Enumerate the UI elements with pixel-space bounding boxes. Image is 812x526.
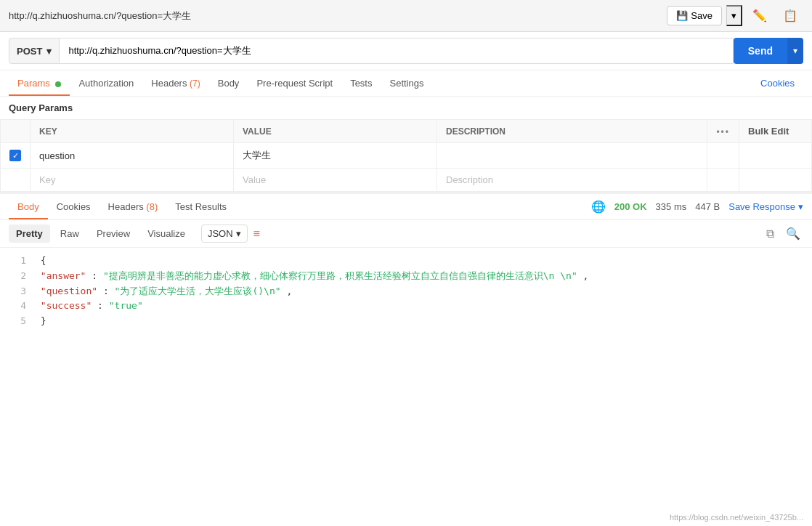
request-bar: POST ▾ Send ▾ [0, 32, 812, 70]
response-time: 335 ms [656, 201, 687, 212]
save-icon: 💾 [676, 10, 688, 21]
row-checkbox-cell[interactable]: ✓ [1, 143, 31, 169]
json-key-answer: "answer" [41, 270, 86, 281]
row-key-cell[interactable]: question [31, 143, 234, 169]
tab-body-label: Body [218, 78, 240, 89]
table-empty-row: Key Value Description [1, 169, 812, 192]
fmt-tab-raw[interactable]: Raw [53, 224, 86, 243]
row-bulk-cell [739, 143, 812, 169]
tab-headers-label: Headers [151, 78, 190, 89]
json-close-brace: } [41, 315, 46, 326]
value-col-header: VALUE [234, 120, 437, 143]
method-select[interactable]: POST ▾ [9, 38, 60, 64]
row-key-value: question [39, 150, 75, 161]
send-button[interactable]: Send [734, 38, 787, 64]
checkbox-col-header [1, 120, 31, 143]
key-col-header: KEY [31, 120, 234, 143]
json-value-question: "为了适应大学生活，大学生应该()\n" [115, 286, 281, 296]
save-button[interactable]: 💾 Save [667, 6, 722, 25]
save-response-button[interactable]: Save Response ▾ [728, 201, 803, 212]
tab-pre-request[interactable]: Pre-request Script [248, 70, 341, 96]
watermark: https://blog.csdn.net/weixin_43725b... [670, 513, 803, 522]
empty-key-placeholder: Key [39, 174, 55, 185]
line-num-2: 2 [9, 269, 26, 284]
json-line-5: 5 } [9, 314, 803, 329]
table-row: ✓ question 大学生 [1, 143, 812, 169]
tab-params-label: Params [17, 78, 50, 89]
copy-icon-button[interactable]: 📋 [777, 6, 803, 25]
format-bar: Pretty Raw Preview Visualize JSON ▾ ≡ ⧉ … [0, 220, 812, 248]
bulk-edit-col-header: Bulk Edit [739, 120, 812, 143]
params-table: KEY VALUE DESCRIPTION ••• Bulk Edit ✓ qu… [0, 119, 812, 192]
url-input[interactable] [60, 38, 733, 64]
send-button-group: Send ▾ [734, 38, 803, 64]
more-dots-icon[interactable]: ••• [716, 126, 730, 137]
row-value-cell[interactable]: 大学生 [234, 143, 437, 169]
resp-tab-headers-label: Headers [108, 201, 147, 212]
tab-authorization-label: Authorization [78, 78, 134, 89]
resp-tab-test-results[interactable]: Test Results [166, 194, 235, 219]
resp-tab-body-label: Body [17, 201, 39, 212]
globe-icon: 🌐 [591, 200, 606, 214]
tab-tests[interactable]: Tests [341, 70, 381, 96]
tab-params[interactable]: Params [9, 70, 70, 96]
fmt-tab-visualize[interactable]: Visualize [140, 224, 192, 243]
json-line-4: 4 "success" : "true" [9, 299, 803, 314]
response-status-bar: 🌐 200 OK 335 ms 447 B Save Response ▾ [591, 200, 803, 214]
top-bar-url: http://q.zhizhuoshuma.cn/?question=大学生 [9, 9, 667, 23]
line-num-5: 5 [9, 314, 26, 329]
json-value-success: "true" [109, 300, 143, 311]
edit-icon-button[interactable]: ✏️ [747, 6, 773, 25]
tab-headers[interactable]: Headers (7) [142, 70, 208, 96]
empty-desc-cell[interactable]: Description [437, 169, 707, 192]
line-num-4: 4 [9, 299, 26, 314]
json-line-1: 1 { [9, 254, 803, 269]
tab-settings[interactable]: Settings [381, 70, 432, 96]
method-label: POST [17, 46, 42, 57]
empty-key-cell[interactable]: Key [31, 169, 234, 192]
empty-desc-placeholder: Description [446, 174, 493, 185]
bulk-edit-button[interactable]: Bulk Edit [748, 126, 789, 137]
more-col-header: ••• [707, 120, 739, 143]
tab-cookies-label: Cookies [760, 78, 795, 89]
empty-value-placeholder: Value [243, 174, 266, 185]
filter-icon-button[interactable]: ≡ [251, 226, 263, 242]
fmt-tab-pretty[interactable]: Pretty [9, 224, 50, 243]
fmt-tab-preview[interactable]: Preview [89, 224, 137, 243]
search-response-button[interactable]: 🔍 [783, 225, 803, 242]
json-line-3: 3 "question" : "为了适应大学生活，大学生应该()\n" , [9, 284, 803, 299]
row-description-cell[interactable] [437, 143, 707, 169]
empty-value-cell[interactable]: Value [234, 169, 437, 192]
resp-tab-test-results-label: Test Results [175, 201, 227, 212]
description-col-header: DESCRIPTION [437, 120, 707, 143]
save-dropdown-button[interactable]: ▾ [726, 5, 742, 26]
tab-cookies[interactable]: Cookies [752, 70, 803, 96]
json-key-question: "question" [41, 286, 97, 296]
status-code: 200 OK [614, 201, 647, 212]
resp-headers-count: (8) [146, 201, 158, 212]
copy-response-button[interactable]: ⧉ [763, 226, 777, 242]
fmt-tab-preview-label: Preview [97, 228, 130, 239]
query-params-section-label: Query Params [0, 97, 812, 119]
save-label: Save [691, 10, 712, 21]
format-select-label: JSON [208, 228, 233, 239]
format-select[interactable]: JSON ▾ [201, 224, 248, 243]
response-section: Body Cookies Headers (8) Test Results 🌐 … [0, 192, 812, 335]
tab-body[interactable]: Body [209, 70, 248, 96]
tab-authorization[interactable]: Authorization [70, 70, 142, 96]
fmt-tab-pretty-label: Pretty [16, 228, 43, 239]
resp-tab-headers[interactable]: Headers (8) [100, 194, 167, 219]
json-open-brace: { [41, 255, 46, 266]
resp-tab-cookies-label: Cookies [57, 201, 91, 212]
format-icon-group: ⧉ 🔍 [763, 225, 803, 242]
resp-tab-body[interactable]: Body [9, 194, 48, 219]
json-line-2: 2 "answer" : "提高明辨是非善恶的能力虚心求教，细心体察行万里路，积… [9, 269, 803, 284]
resp-tab-cookies[interactable]: Cookies [48, 194, 100, 219]
line-num-1: 1 [9, 254, 26, 269]
fmt-tab-raw-label: Raw [60, 228, 79, 239]
row-value-value: 大学生 [243, 150, 271, 161]
line-num-3: 3 [9, 284, 26, 299]
send-dropdown-button[interactable]: ▾ [787, 38, 803, 64]
empty-more-cell [707, 169, 739, 192]
empty-bulk-cell [739, 169, 812, 192]
